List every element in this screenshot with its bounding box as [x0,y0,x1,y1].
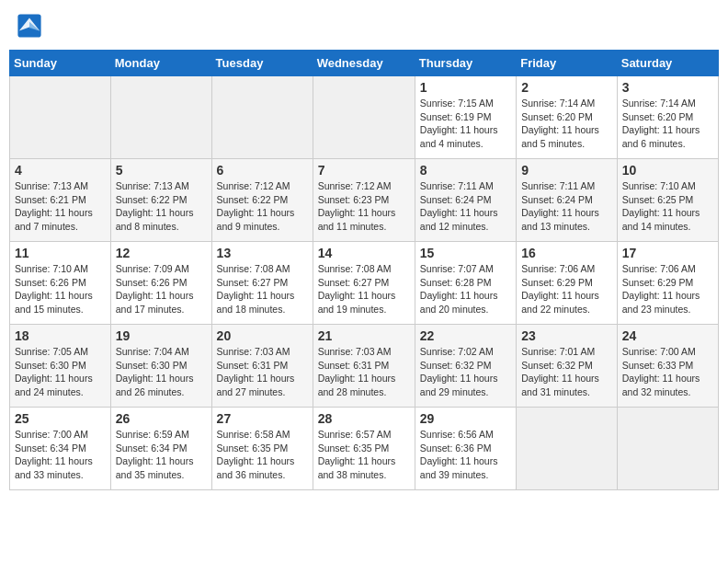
day-number: 13 [217,246,308,260]
day-number: 20 [217,328,308,343]
calendar-cell [617,408,718,490]
day-info: Sunrise: 7:10 AM Sunset: 6:25 PM Dayligh… [622,179,713,234]
header-day-wednesday: Wednesday [313,51,415,76]
day-number: 11 [15,246,106,260]
logo [17,13,46,39]
day-number: 12 [116,246,207,260]
day-info: Sunrise: 7:11 AM Sunset: 6:24 PM Dayligh… [420,179,511,234]
day-number: 24 [622,328,713,343]
day-info: Sunrise: 7:06 AM Sunset: 6:29 PM Dayligh… [521,262,612,316]
day-info: Sunrise: 7:11 AM Sunset: 6:24 PM Dayligh… [521,179,612,234]
day-info: Sunrise: 7:14 AM Sunset: 6:20 PM Dayligh… [622,97,713,151]
calendar-cell: 16Sunrise: 7:06 AM Sunset: 6:29 PM Dayli… [517,242,618,325]
day-number: 14 [318,246,410,260]
calendar-cell: 8Sunrise: 7:11 AM Sunset: 6:24 PM Daylig… [415,159,516,242]
day-info: Sunrise: 7:09 AM Sunset: 6:26 PM Dayligh… [116,262,207,316]
calendar-cell: 18Sunrise: 7:05 AM Sunset: 6:30 PM Dayli… [10,325,111,408]
day-info: Sunrise: 6:58 AM Sunset: 6:35 PM Dayligh… [217,428,308,482]
calendar-week-2: 4Sunrise: 7:13 AM Sunset: 6:21 PM Daylig… [10,159,719,242]
header-day-friday: Friday [517,51,618,76]
day-info: Sunrise: 7:01 AM Sunset: 6:32 PM Dayligh… [521,345,612,399]
calendar-week-1: 1Sunrise: 7:15 AM Sunset: 6:19 PM Daylig… [10,76,719,159]
calendar-cell [313,76,415,159]
calendar-cell: 29Sunrise: 6:56 AM Sunset: 6:36 PM Dayli… [415,408,516,490]
header-row: SundayMondayTuesdayWednesdayThursdayFrid… [10,51,719,76]
day-number: 27 [217,411,308,426]
calendar-cell: 23Sunrise: 7:01 AM Sunset: 6:32 PM Dayli… [517,325,618,408]
day-number: 22 [420,328,511,343]
day-number: 19 [116,328,207,343]
calendar-cell: 7Sunrise: 7:12 AM Sunset: 6:23 PM Daylig… [313,159,415,242]
day-number: 2 [521,80,612,95]
day-number: 5 [116,163,207,178]
calendar-table: SundayMondayTuesdayWednesdayThursdayFrid… [9,50,719,490]
day-info: Sunrise: 7:00 AM Sunset: 6:34 PM Dayligh… [15,428,106,482]
header-day-monday: Monday [110,51,211,76]
day-info: Sunrise: 7:03 AM Sunset: 6:31 PM Dayligh… [318,345,410,399]
day-number: 15 [420,246,511,260]
calendar-cell: 28Sunrise: 6:57 AM Sunset: 6:35 PM Dayli… [313,408,415,490]
calendar-cell [517,408,618,490]
day-number: 23 [521,328,612,343]
calendar-cell: 14Sunrise: 7:08 AM Sunset: 6:27 PM Dayli… [313,242,415,325]
day-info: Sunrise: 7:08 AM Sunset: 6:27 PM Dayligh… [318,262,410,316]
day-number: 3 [622,80,713,95]
page-header [9,9,719,42]
day-info: Sunrise: 7:10 AM Sunset: 6:26 PM Dayligh… [15,262,106,316]
calendar-cell: 3Sunrise: 7:14 AM Sunset: 6:20 PM Daylig… [617,76,718,159]
day-info: Sunrise: 7:08 AM Sunset: 6:27 PM Dayligh… [217,262,308,316]
calendar-header: SundayMondayTuesdayWednesdayThursdayFrid… [10,51,719,76]
header-day-thursday: Thursday [415,51,516,76]
day-number: 25 [15,411,106,426]
calendar-week-4: 18Sunrise: 7:05 AM Sunset: 6:30 PM Dayli… [10,325,719,408]
calendar-cell: 26Sunrise: 6:59 AM Sunset: 6:34 PM Dayli… [110,408,211,490]
day-info: Sunrise: 7:13 AM Sunset: 6:21 PM Dayligh… [15,179,106,234]
day-number: 17 [622,246,713,260]
day-number: 9 [521,163,612,178]
day-number: 8 [420,163,511,178]
day-number: 21 [318,328,410,343]
day-info: Sunrise: 7:05 AM Sunset: 6:30 PM Dayligh… [15,345,106,399]
calendar-cell [211,76,313,159]
day-info: Sunrise: 7:13 AM Sunset: 6:22 PM Dayligh… [116,179,207,234]
day-number: 18 [15,328,106,343]
logo-icon [17,13,42,39]
calendar-cell: 5Sunrise: 7:13 AM Sunset: 6:22 PM Daylig… [110,159,211,242]
day-number: 7 [318,163,410,178]
calendar-cell [110,76,211,159]
day-info: Sunrise: 7:07 AM Sunset: 6:28 PM Dayligh… [420,262,511,316]
day-info: Sunrise: 7:15 AM Sunset: 6:19 PM Dayligh… [420,97,511,151]
calendar-cell: 22Sunrise: 7:02 AM Sunset: 6:32 PM Dayli… [415,325,516,408]
calendar-cell: 17Sunrise: 7:06 AM Sunset: 6:29 PM Dayli… [617,242,718,325]
calendar-cell: 15Sunrise: 7:07 AM Sunset: 6:28 PM Dayli… [415,242,516,325]
calendar-cell: 12Sunrise: 7:09 AM Sunset: 6:26 PM Dayli… [110,242,211,325]
calendar-cell: 27Sunrise: 6:58 AM Sunset: 6:35 PM Dayli… [211,408,313,490]
day-info: Sunrise: 7:00 AM Sunset: 6:33 PM Dayligh… [622,345,713,399]
calendar-cell: 6Sunrise: 7:12 AM Sunset: 6:22 PM Daylig… [211,159,313,242]
day-info: Sunrise: 7:14 AM Sunset: 6:20 PM Dayligh… [521,97,612,151]
calendar-cell: 24Sunrise: 7:00 AM Sunset: 6:33 PM Dayli… [617,325,718,408]
day-info: Sunrise: 6:56 AM Sunset: 6:36 PM Dayligh… [420,428,511,482]
header-day-tuesday: Tuesday [211,51,313,76]
calendar-cell: 19Sunrise: 7:04 AM Sunset: 6:30 PM Dayli… [110,325,211,408]
calendar-cell: 21Sunrise: 7:03 AM Sunset: 6:31 PM Dayli… [313,325,415,408]
calendar-cell: 20Sunrise: 7:03 AM Sunset: 6:31 PM Dayli… [211,325,313,408]
calendar-cell [10,76,111,159]
calendar-cell: 1Sunrise: 7:15 AM Sunset: 6:19 PM Daylig… [415,76,516,159]
day-number: 29 [420,411,511,426]
day-info: Sunrise: 6:59 AM Sunset: 6:34 PM Dayligh… [116,428,207,482]
calendar-cell: 2Sunrise: 7:14 AM Sunset: 6:20 PM Daylig… [517,76,618,159]
calendar-week-3: 11Sunrise: 7:10 AM Sunset: 6:26 PM Dayli… [10,242,719,325]
calendar-cell: 13Sunrise: 7:08 AM Sunset: 6:27 PM Dayli… [211,242,313,325]
calendar-cell: 9Sunrise: 7:11 AM Sunset: 6:24 PM Daylig… [517,159,618,242]
calendar-cell: 4Sunrise: 7:13 AM Sunset: 6:21 PM Daylig… [10,159,111,242]
day-number: 6 [217,163,308,178]
day-info: Sunrise: 7:12 AM Sunset: 6:22 PM Dayligh… [217,179,308,234]
calendar-body: 1Sunrise: 7:15 AM Sunset: 6:19 PM Daylig… [10,76,719,490]
day-info: Sunrise: 7:12 AM Sunset: 6:23 PM Dayligh… [318,179,410,234]
day-info: Sunrise: 7:04 AM Sunset: 6:30 PM Dayligh… [116,345,207,399]
calendar-cell: 11Sunrise: 7:10 AM Sunset: 6:26 PM Dayli… [10,242,111,325]
calendar-cell: 10Sunrise: 7:10 AM Sunset: 6:25 PM Dayli… [617,159,718,242]
day-number: 26 [116,411,207,426]
day-info: Sunrise: 7:03 AM Sunset: 6:31 PM Dayligh… [217,345,308,399]
